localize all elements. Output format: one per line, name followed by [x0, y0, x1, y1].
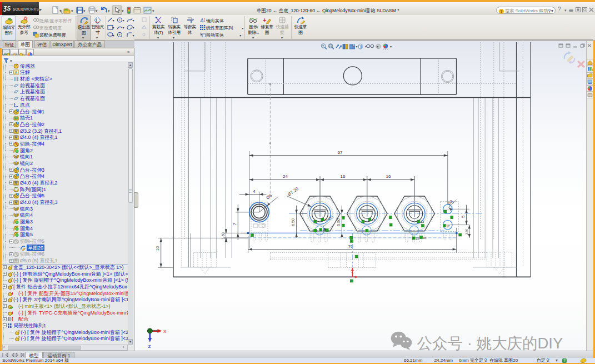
svg-text:▾: ▾ — [133, 34, 134, 37]
svg-text:X: X — [163, 329, 167, 334]
svg-text:6.50: 6.50 — [291, 218, 295, 226]
svg-text:▾: ▾ — [83, 9, 86, 13]
svg-text:Z: Z — [148, 344, 151, 349]
svg-text:10: 10 — [155, 246, 160, 251]
svg-text:67: 67 — [338, 150, 343, 155]
svg-text:A: A — [15, 71, 18, 74]
svg-text:16: 16 — [386, 174, 391, 179]
svg-text:▾: ▾ — [59, 9, 62, 13]
svg-text:▾: ▾ — [108, 9, 110, 13]
svg-text:▾: ▾ — [365, 45, 367, 48]
svg-text:?: ? — [322, 44, 324, 48]
svg-text:▾: ▾ — [113, 19, 114, 22]
svg-text:12: 12 — [324, 218, 328, 222]
svg-text:17: 17 — [446, 225, 449, 228]
svg-text:▾: ▾ — [377, 45, 378, 48]
svg-text:▾: ▾ — [123, 26, 124, 29]
svg-text:14: 14 — [423, 236, 426, 240]
svg-text:1.60: 1.60 — [221, 232, 225, 240]
svg-text:▾: ▾ — [71, 9, 73, 13]
svg-text:24: 24 — [283, 174, 288, 179]
svg-text:▾: ▾ — [152, 9, 154, 13]
svg-text:▾: ▾ — [113, 26, 114, 29]
svg-text:3.50: 3.50 — [465, 229, 468, 235]
svg-text:▾: ▾ — [356, 45, 358, 48]
svg-text:▾: ▾ — [133, 19, 134, 22]
svg-text:15: 15 — [416, 237, 419, 240]
svg-text:Ø7.20: Ø7.20 — [287, 186, 299, 197]
svg-text:13: 13 — [372, 218, 375, 222]
svg-text:▾: ▾ — [113, 34, 114, 37]
svg-text:+: + — [263, 17, 266, 23]
svg-text:13: 13 — [421, 220, 424, 223]
svg-text:▾: ▾ — [96, 9, 98, 13]
svg-text:16: 16 — [341, 174, 346, 179]
svg-text:4: 4 — [253, 189, 256, 194]
svg-text:Ø6: Ø6 — [265, 193, 273, 201]
svg-text:7: 7 — [232, 222, 237, 225]
svg-text:▾: ▾ — [122, 9, 124, 13]
svg-text:▾: ▾ — [123, 19, 124, 22]
svg-text:5: 5 — [461, 216, 466, 218]
svg-text:▾: ▾ — [133, 26, 134, 29]
svg-text:▾: ▾ — [390, 45, 392, 48]
